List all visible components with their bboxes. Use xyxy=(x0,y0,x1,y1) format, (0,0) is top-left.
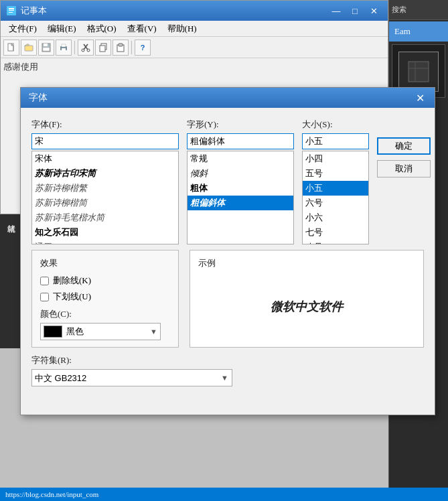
minimize-button[interactable]: — xyxy=(327,4,345,17)
menu-file[interactable]: 文件(F) xyxy=(3,21,42,36)
preview-content: 微软中文软件 xyxy=(198,273,415,340)
underline-label: 下划线(U) xyxy=(53,291,91,303)
font-input[interactable] xyxy=(31,133,179,149)
toolbar-print[interactable] xyxy=(56,40,72,56)
charset-section: 字符集(R): 中文 GB2312 ▼ xyxy=(31,354,424,386)
menu-help[interactable]: 帮助(H) xyxy=(162,21,202,36)
effects-box: 效果 删除线(K) 下划线(U) 颜色(C): 黑色 ▼ xyxy=(31,250,179,348)
style-column: 字形(Y): 常规 倾斜 粗体 粗偏斜体 xyxy=(187,119,294,244)
action-buttons: 确定 取消 xyxy=(377,137,431,177)
notepad-close-button[interactable]: ✕ xyxy=(365,4,382,17)
menu-view[interactable]: 查看(V) xyxy=(122,21,162,36)
font-list-item[interactable]: 宋体 xyxy=(32,151,178,166)
svg-rect-13 xyxy=(62,48,66,51)
toolbar-paste[interactable] xyxy=(113,40,129,56)
notepad-content: 感谢使用 xyxy=(1,58,388,76)
underline-row: 下划线(U) xyxy=(40,291,170,303)
dialog-titlebar: 字体 ✕ xyxy=(21,88,435,108)
right-panel-toolbar: Eam xyxy=(389,21,448,42)
strikethrough-label: 删除线(K) xyxy=(53,275,91,287)
style-input[interactable] xyxy=(187,133,294,149)
size-list-item[interactable]: 小六 xyxy=(303,210,368,225)
search-label: 搜索 xyxy=(392,5,406,15)
toolbar-copy[interactable] xyxy=(95,40,111,56)
menu-format[interactable]: 格式(O) xyxy=(82,21,122,36)
maximize-button[interactable]: □ xyxy=(346,4,364,17)
cancel-button[interactable]: 取消 xyxy=(377,160,431,177)
toolbar-new[interactable] xyxy=(3,40,19,56)
toolbar-save[interactable] xyxy=(38,40,54,56)
size-list[interactable]: 小四 五号 小五 六号 小六 七号 八号 xyxy=(302,151,369,244)
color-label: 颜色(C): xyxy=(40,308,170,320)
size-list-item[interactable]: 六号 xyxy=(303,196,368,210)
charset-select-wrapper: 中文 GB2312 ▼ xyxy=(31,369,232,386)
svg-rect-9 xyxy=(44,44,48,46)
toolbar-help[interactable]: ? xyxy=(135,40,151,56)
svg-rect-10 xyxy=(43,48,50,51)
font-list[interactable]: 宋体 苏新诗古印宋简 苏新诗柳楷繁 苏新诗柳楷简 苏新诗毛笔楷水简 知之乐石园 … xyxy=(31,151,179,244)
ok-button[interactable]: 确定 xyxy=(377,137,431,155)
color-swatch xyxy=(44,326,62,338)
size-label: 大小(S): xyxy=(302,119,369,131)
effects-preview-row: 效果 删除线(K) 下划线(U) 颜色(C): 黑色 ▼ xyxy=(31,250,424,348)
font-list-item[interactable]: 通用 xyxy=(32,240,178,244)
size-list-item[interactable]: 七号 xyxy=(303,225,368,240)
svg-rect-21 xyxy=(119,44,123,46)
size-list-item[interactable]: 五号 xyxy=(303,166,368,181)
style-list-item[interactable]: 倾斜 xyxy=(188,166,293,181)
svg-rect-1 xyxy=(9,8,14,9)
style-list-item[interactable]: 粗体 xyxy=(188,181,293,196)
notepad-menubar: 文件(F) 编辑(E) 格式(O) 查看(V) 帮助(H) xyxy=(1,21,388,37)
svg-rect-2 xyxy=(9,10,14,11)
preview-text: 微软中文软件 xyxy=(271,299,343,315)
titlebar-controls: — □ ✕ xyxy=(327,4,382,17)
style-list-item-selected[interactable]: 粗偏斜体 xyxy=(188,196,293,210)
notepad-icon xyxy=(6,5,17,16)
effects-title: 效果 xyxy=(40,257,170,269)
font-list-item[interactable]: 苏新诗柳楷繁 xyxy=(32,181,178,196)
menu-edit[interactable]: 编辑(E) xyxy=(42,21,82,36)
color-value: 黑色 xyxy=(66,326,84,338)
notepad-toolbar: ? xyxy=(1,37,388,58)
font-list-item[interactable]: 苏新诗古印宋简 xyxy=(32,166,178,181)
toolbar-separator xyxy=(74,41,75,54)
size-list-item[interactable]: 八号 xyxy=(303,240,368,244)
url-text: https://blog.csdn.net/input_com xyxy=(5,490,98,498)
charset-select[interactable]: 中文 GB2312 xyxy=(31,369,232,386)
svg-rect-3 xyxy=(9,12,13,13)
font-list-item[interactable]: 苏新诗毛笔楷水简 xyxy=(32,210,178,225)
strikethrough-checkbox[interactable] xyxy=(40,277,49,285)
right-panel-header: 搜索 xyxy=(389,0,448,20)
svg-rect-19 xyxy=(100,46,105,52)
preview-box: 示例 微软中文软件 xyxy=(190,250,424,348)
size-column: 大小(S): 小四 五号 小五 六号 小六 七号 八号 xyxy=(302,119,369,244)
dialog-buttons: 确定 取消 xyxy=(377,119,431,244)
svg-rect-7 xyxy=(25,46,33,51)
notepad-title: 记事本 xyxy=(21,5,47,17)
size-list-item-selected[interactable]: 小五 xyxy=(303,181,368,196)
toolbar-cut[interactable] xyxy=(78,40,94,56)
dialog-close-button[interactable]: ✕ xyxy=(413,91,427,104)
underline-checkbox[interactable] xyxy=(40,293,49,301)
font-column: 字体(F): 宋体 苏新诗古印宋简 苏新诗柳楷繁 苏新诗柳楷简 苏新诗毛笔楷水简… xyxy=(31,119,179,244)
toolbar-open[interactable] xyxy=(21,40,37,56)
left-status-area: 就绪 xyxy=(0,214,20,348)
svg-rect-22 xyxy=(408,62,429,82)
font-list-item[interactable]: 知之乐石园 xyxy=(32,225,178,240)
strikethrough-row: 删除线(K) xyxy=(40,275,170,287)
dialog-title: 字体 xyxy=(29,92,413,104)
preview-title: 示例 xyxy=(198,257,415,269)
size-input[interactable] xyxy=(302,133,369,149)
style-list-item[interactable]: 常规 xyxy=(188,151,293,166)
notepad-text: 感谢使用 xyxy=(3,62,38,72)
url-bar: https://blog.csdn.net/input_com xyxy=(0,488,448,501)
size-list-item[interactable]: 小四 xyxy=(303,151,368,166)
notepad-titlebar: 记事本 — □ ✕ xyxy=(1,1,388,21)
font-dialog: 字体 ✕ 字体(F): 宋体 苏新诗古印宋简 苏新诗柳楷繁 苏新诗柳楷简 苏新诗… xyxy=(20,87,435,415)
svg-rect-12 xyxy=(62,44,66,47)
font-list-item[interactable]: 苏新诗柳楷简 xyxy=(32,196,178,210)
dialog-body: 字体(F): 宋体 苏新诗古印宋简 苏新诗柳楷繁 苏新诗柳楷简 苏新诗毛笔楷水简… xyxy=(21,108,435,397)
color-select[interactable]: 黑色 ▼ xyxy=(40,323,161,340)
style-list[interactable]: 常规 倾斜 粗体 粗偏斜体 xyxy=(187,151,294,244)
charset-label: 字符集(R): xyxy=(31,354,424,366)
